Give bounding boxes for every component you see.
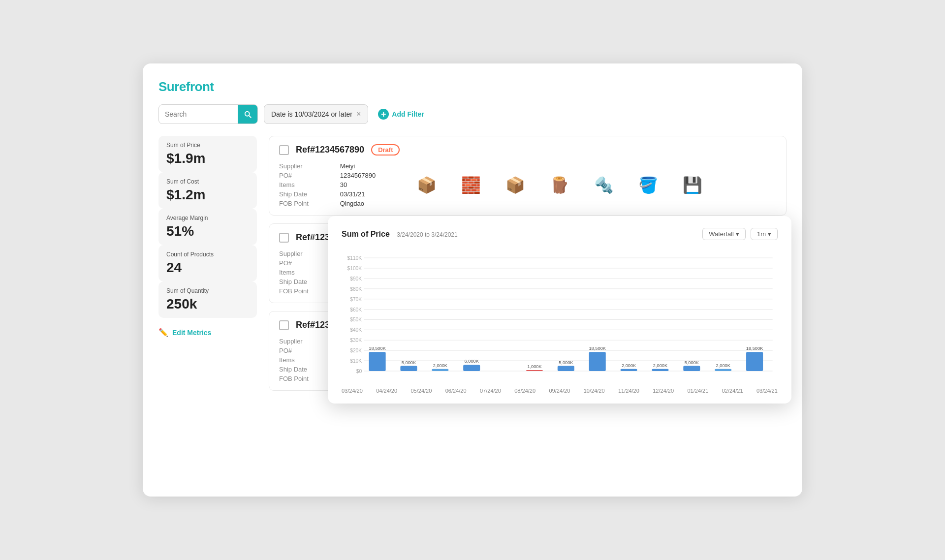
svg-text:5,000K: 5,000K xyxy=(402,360,416,365)
chart-x-label: 01/24/21 xyxy=(688,388,709,394)
svg-text:$80K: $80K xyxy=(350,286,362,292)
svg-text:1,000K: 1,000K xyxy=(527,364,541,369)
items-label-1: Items xyxy=(279,269,330,276)
svg-text:18,500K: 18,500K xyxy=(369,346,386,351)
filter-close-icon[interactable]: × xyxy=(356,110,361,118)
metric-label-3: Count of Products xyxy=(166,251,249,258)
svg-text:$70K: $70K xyxy=(350,297,362,302)
svg-rect-42 xyxy=(683,366,700,371)
chart-controls: Waterfall ▾ 1m ▾ xyxy=(702,228,778,240)
po-value-0: 1234567890 xyxy=(340,172,397,179)
order-ref-0: Ref#1234567890 xyxy=(296,145,364,155)
period-button[interactable]: 1m ▾ xyxy=(751,228,778,240)
ship-date-label-1: Ship Date xyxy=(279,278,330,285)
chart-x-label: 04/24/20 xyxy=(376,388,397,394)
toolbar: Date is 10/03/2024 or later × + Add Filt… xyxy=(158,104,787,124)
chart-x-label: 02/24/21 xyxy=(722,388,743,394)
svg-text:$10K: $10K xyxy=(350,358,362,364)
svg-text:2,000K: 2,000K xyxy=(433,363,447,368)
supplier-label-1: Supplier xyxy=(279,250,330,257)
metric-label-2: Average Margin xyxy=(166,215,249,221)
plus-circle-icon: + xyxy=(378,109,389,120)
content-area: Ref#1234567890 Draft Supplier Meiyi PO# … xyxy=(269,136,787,399)
product-image: 🔩 xyxy=(584,168,624,202)
svg-text:2,000K: 2,000K xyxy=(653,363,667,368)
svg-text:18,500K: 18,500K xyxy=(746,346,763,351)
metric-label-1: Sum of Cost xyxy=(166,178,249,185)
ship-date-label-2: Ship Date xyxy=(279,366,336,373)
svg-rect-46 xyxy=(746,352,763,371)
svg-text:5,000K: 5,000K xyxy=(559,360,573,365)
chart-title: Sum of Price xyxy=(342,230,390,238)
product-image: 📦 xyxy=(407,168,446,202)
order-checkbox-1[interactable] xyxy=(279,233,289,243)
product-image: 🪣 xyxy=(629,168,668,202)
svg-text:$110K: $110K xyxy=(347,255,362,261)
chart-x-label: 05/24/20 xyxy=(411,388,432,394)
order-fields-0: Supplier Meiyi PO# 1234567890 Items 30 S… xyxy=(279,162,397,207)
metric-card-4: Sum of Quantity 250k xyxy=(158,281,257,318)
metric-value-2: 51% xyxy=(166,223,249,239)
svg-text:$0: $0 xyxy=(356,369,362,374)
svg-text:$20K: $20K xyxy=(350,348,362,353)
fob-label-0: FOB Point xyxy=(279,200,330,207)
chart-title-group: Sum of Price 3/24/2020 to 3/24/2021 xyxy=(342,230,458,239)
svg-text:6,000K: 6,000K xyxy=(465,359,479,364)
product-image: 🪵 xyxy=(540,168,579,202)
supplier-label-2: Supplier xyxy=(279,338,336,345)
po-label-0: PO# xyxy=(279,172,330,179)
date-filter-chip[interactable]: Date is 10/03/2024 or later × xyxy=(264,104,368,124)
chart-x-labels: 03/24/2004/24/2005/24/2006/24/2007/24/20… xyxy=(342,388,778,394)
sidebar: Sum of Price $1.9m Sum of Cost $1.2m Ave… xyxy=(158,136,257,399)
chart-overlay: Sum of Price 3/24/2020 to 3/24/2021 Wate… xyxy=(328,216,791,404)
svg-text:$50K: $50K xyxy=(350,317,362,323)
svg-text:18,500K: 18,500K xyxy=(589,346,606,351)
chart-x-label: 06/24/20 xyxy=(445,388,467,394)
product-image: 📦 xyxy=(496,168,535,202)
search-input[interactable] xyxy=(159,110,238,118)
fob-value-0: Qingdao xyxy=(340,200,397,207)
order-checkbox-0[interactable] xyxy=(279,145,289,155)
fob-label-2: FOB Point xyxy=(279,375,336,382)
items-value-0: 30 xyxy=(340,181,397,188)
app-container: Surefront Date is 10/03/2024 or later × … xyxy=(143,63,802,497)
svg-text:5,000K: 5,000K xyxy=(685,360,699,365)
metric-card-0: Sum of Price $1.9m xyxy=(158,136,257,172)
filter-label: Date is 10/03/2024 or later xyxy=(271,110,352,118)
order-details-0: Supplier Meiyi PO# 1234567890 Items 30 S… xyxy=(279,162,776,207)
chevron-down-icon: ▾ xyxy=(736,230,739,238)
svg-text:$30K: $30K xyxy=(350,338,362,343)
add-filter-label: Add Filter xyxy=(392,110,424,118)
metric-card-1: Sum of Cost $1.2m xyxy=(158,172,257,209)
chart-header: Sum of Price 3/24/2020 to 3/24/2021 Wate… xyxy=(342,228,778,240)
svg-rect-36 xyxy=(589,352,606,371)
chart-x-label: 03/24/20 xyxy=(342,388,363,394)
chart-x-label: 12/24/20 xyxy=(653,388,674,394)
add-filter-button[interactable]: + Add Filter xyxy=(374,109,428,120)
chart-x-label: 08/24/20 xyxy=(514,388,536,394)
svg-text:$100K: $100K xyxy=(347,266,362,271)
svg-rect-38 xyxy=(621,369,637,371)
supplier-value-0: Meiyi xyxy=(340,162,397,170)
svg-rect-44 xyxy=(715,369,731,371)
metric-value-1: $1.2m xyxy=(166,187,249,203)
chart-x-label: 10/24/20 xyxy=(584,388,605,394)
chart-x-label: 03/24/21 xyxy=(756,388,778,394)
svg-rect-24 xyxy=(369,352,386,371)
edit-metrics-label: Edit Metrics xyxy=(172,329,211,337)
order-card-0: Ref#1234567890 Draft Supplier Meiyi PO# … xyxy=(269,136,787,216)
pencil-icon: ✏️ xyxy=(158,328,168,337)
svg-rect-32 xyxy=(526,370,543,371)
svg-text:2,000K: 2,000K xyxy=(622,363,636,368)
edit-metrics-button[interactable]: ✏️ Edit Metrics xyxy=(158,326,257,339)
svg-rect-40 xyxy=(652,369,668,371)
items-label-0: Items xyxy=(279,181,330,188)
order-checkbox-2[interactable] xyxy=(279,320,289,330)
search-button[interactable] xyxy=(238,104,257,124)
po-label-2: PO# xyxy=(279,347,336,354)
metric-card-3: Count of Products 24 xyxy=(158,245,257,281)
chart-x-label: 07/24/20 xyxy=(480,388,501,394)
app-logo: Surefront xyxy=(158,79,787,94)
waterfall-button[interactable]: Waterfall ▾ xyxy=(702,228,746,240)
search-wrapper xyxy=(158,104,258,124)
